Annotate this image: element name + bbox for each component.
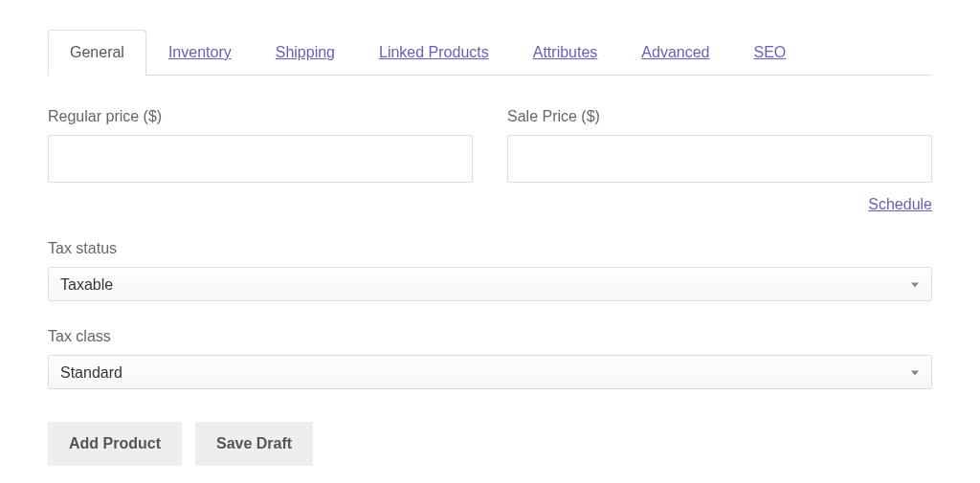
tab-inventory[interactable]: Inventory (146, 30, 254, 76)
sale-price-group: Sale Price ($) (507, 108, 932, 183)
tax-class-select[interactable]: Standard (48, 355, 932, 389)
tab-linked-products[interactable]: Linked Products (357, 30, 511, 76)
regular-price-label: Regular price ($) (48, 108, 473, 125)
button-row: Add Product Save Draft (48, 422, 932, 466)
add-product-button[interactable]: Add Product (48, 422, 182, 466)
tax-class-group: Tax class Standard (48, 328, 932, 389)
tax-status-select-wrap: Taxable (48, 267, 932, 301)
sale-price-input[interactable] (507, 135, 932, 183)
product-tabs: General Inventory Shipping Linked Produc… (48, 29, 932, 76)
sale-price-label: Sale Price ($) (507, 108, 932, 125)
save-draft-button[interactable]: Save Draft (195, 422, 313, 466)
tab-general[interactable]: General (48, 30, 146, 76)
schedule-link[interactable]: Schedule (868, 196, 932, 213)
tax-status-group: Tax status Taxable (48, 240, 932, 301)
tab-shipping[interactable]: Shipping (254, 30, 357, 76)
tax-class-label: Tax class (48, 328, 111, 344)
regular-price-group: Regular price ($) (48, 108, 473, 183)
price-row: Regular price ($) Sale Price ($) (48, 108, 932, 183)
tab-attributes[interactable]: Attributes (511, 30, 620, 76)
tab-seo[interactable]: SEO (732, 30, 809, 76)
regular-price-input[interactable] (48, 135, 473, 183)
tab-advanced[interactable]: Advanced (619, 30, 731, 76)
tax-class-select-wrap: Standard (48, 355, 932, 389)
tax-status-select[interactable]: Taxable (48, 267, 932, 301)
schedule-row: Schedule (48, 196, 932, 213)
tax-status-label: Tax status (48, 240, 117, 256)
